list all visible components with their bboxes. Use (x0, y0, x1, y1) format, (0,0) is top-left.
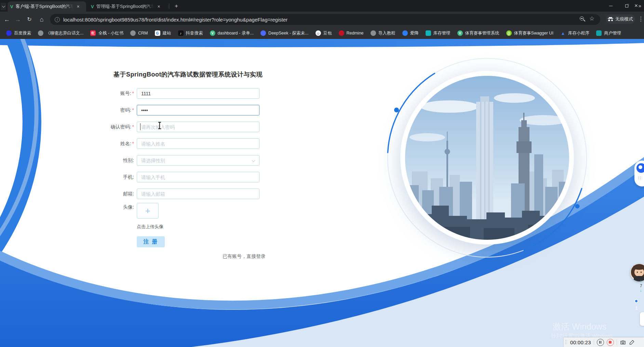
bookmark-item-5[interactable]: ♪抖音搜索 (175, 29, 206, 38)
pause-recording-button[interactable] (597, 339, 604, 346)
bookmark-item-10[interactable]: 导入教程 (367, 29, 399, 38)
name-input[interactable] (137, 138, 259, 149)
bookmark-favicon-icon: 红 (90, 30, 96, 36)
select-placeholder: 请选择性别 (141, 158, 165, 164)
back-button[interactable]: ← (3, 15, 11, 24)
required-star: * (132, 141, 134, 146)
mouse-ibeam-cursor (158, 122, 161, 129)
incognito-label: 无痕模式 (615, 16, 633, 22)
url-text[interactable]: localhost:8080/springboot9859us78/front/… (63, 17, 287, 23)
minimize-button[interactable]: ─ (603, 0, 619, 12)
edge-dot-icon (634, 299, 638, 303)
avatar-upload-button[interactable]: + (137, 203, 159, 219)
phone-input[interactable] (137, 172, 259, 182)
bookmark-item-15[interactable]: ▲库存小程序 (557, 29, 593, 38)
drag-handle-icon[interactable] (565, 339, 567, 345)
vue-favicon-icon: V (91, 4, 94, 9)
bookmark-label: 导入教程 (378, 30, 395, 36)
new-tab-button[interactable]: + (172, 2, 180, 10)
screenshot-camera-icon[interactable] (620, 339, 626, 346)
bookmark-item-4[interactable]: G建站 (151, 29, 175, 38)
page-content: 基于SpringBoot的汽车路试数据管理系统设计与实现 账号:*密码:*确认密… (0, 39, 644, 347)
form-row-confirm-password: 确认密码:* (82, 122, 273, 132)
bookmark-favicon-icon (596, 30, 602, 36)
bookmark-label: 库存小程序 (568, 30, 590, 36)
gender-select[interactable]: 请选择性别 (137, 155, 259, 166)
tab-search-button[interactable] (1, 3, 6, 10)
forward-button[interactable]: → (14, 15, 22, 24)
form-row-gender: 性别:请选择性别 (82, 155, 273, 166)
bookmark-favicon-icon: ▲ (560, 30, 566, 36)
bookmark-label: CRM (138, 31, 148, 36)
bookmark-favicon-icon: V (210, 30, 215, 36)
chevron-down-icon (252, 159, 255, 162)
upload-hint-text: 点击上传头像 (137, 224, 163, 230)
bookmark-label: 库存管理 (433, 30, 451, 36)
bookmark-favicon-icon (339, 30, 344, 36)
field-label-phone: 手机: (82, 172, 134, 182)
bookmarks-overflow-chevron[interactable]: » (639, 3, 641, 9)
edge-panel-sliver[interactable] (640, 312, 644, 326)
email-input[interactable] (137, 189, 259, 199)
home-button[interactable]: ⌂ (38, 15, 46, 24)
address-bar[interactable]: i localhost:8080/springboot9859us78/fron… (50, 14, 600, 25)
bookmark-favicon-icon (402, 30, 408, 36)
edge-count: 7 (640, 283, 642, 288)
form-row-password: 密码:* (82, 105, 273, 115)
up-arrow-icon[interactable]: ↑ (640, 279, 642, 283)
bookmark-favicon-icon: V (457, 30, 463, 36)
field-label-avatar: 头像: (82, 204, 134, 210)
drag-handle-icon[interactable] (638, 176, 642, 180)
bookmark-item-16[interactable]: 商户管理 (593, 29, 625, 38)
bookmark-star-icon[interactable]: ☆ (589, 15, 594, 22)
tab-admin[interactable]: V 管理端-基于SpringBoot的汽车 × (88, 1, 167, 12)
confirm-password-input[interactable] (137, 122, 259, 132)
bookmark-item-7[interactable]: DeepSeek - 探索未... (257, 29, 312, 38)
bookmark-item-12[interactable]: 库存管理 (422, 29, 454, 38)
tab-title: 客户端-基于SpringBoot的汽车 (16, 3, 73, 10)
tab-close-icon[interactable]: × (75, 3, 81, 10)
bookmark-item-0[interactable]: 百度搜索 (3, 29, 35, 38)
bookmark-item-11[interactable]: 爱降 (399, 29, 422, 38)
reload-button[interactable]: ↻ (25, 15, 33, 24)
floating-assistant-widget[interactable] (634, 161, 644, 186)
tab-close-icon[interactable]: × (156, 3, 162, 10)
bookmark-label: 全栈 - 小红书 (98, 30, 123, 36)
bookmark-item-14[interactable]: {}体育赛事Swagger UI (503, 29, 557, 38)
screen-recorder-toolbar: 00:00:23 (564, 337, 644, 347)
field-label-account: 账号:* (82, 88, 134, 99)
bookmark-item-6[interactable]: Vdashboard - 录单... (206, 29, 257, 38)
tab-title: 管理端-基于SpringBoot的汽车 (96, 3, 154, 10)
text-caret (140, 123, 140, 130)
bookmark-favicon-icon (426, 30, 431, 36)
annotate-pen-icon[interactable] (629, 339, 635, 345)
bookmark-label: 体育赛事Swagger UI (514, 30, 553, 36)
bookmark-item-3[interactable]: CRM (127, 29, 151, 38)
bookmark-label: 《聊斋志异白话文... (46, 30, 83, 36)
city-photo (398, 69, 576, 247)
stop-recording-button[interactable] (607, 339, 614, 346)
bookmark-item-8[interactable]: ☺豆包 (312, 29, 335, 38)
incognito-icon (608, 17, 613, 22)
bookmark-item-2[interactable]: 红全栈 - 小红书 (87, 29, 127, 38)
password-input[interactable] (137, 105, 259, 115)
register-button[interactable]: 注 册 (137, 236, 165, 247)
assistant-ball-icon (636, 163, 644, 173)
bookmark-item-13[interactable]: V体育赛事管理系统 (454, 29, 503, 38)
bookmark-item-9[interactable]: Redmine (335, 29, 367, 38)
bookmark-favicon-icon (260, 30, 266, 36)
close-button[interactable]: × (628, 0, 644, 12)
login-link[interactable]: 已有账号，直接登录 (223, 253, 266, 260)
field-label-gender: 性别: (82, 155, 134, 166)
account-input[interactable] (137, 88, 259, 99)
field-label-confirm-password: 确认密码:* (82, 122, 134, 132)
bookmark-favicon-icon: ☺ (316, 30, 321, 36)
floating-avatar[interactable] (630, 264, 644, 281)
bookmark-item-1[interactable]: 《聊斋志异白话文... (35, 29, 87, 38)
down-arrow-icon[interactable]: ↓ (640, 288, 642, 292)
tab-client[interactable]: V 客户端-基于SpringBoot的汽车 × (8, 1, 86, 12)
field-label-email: 邮箱: (82, 189, 134, 199)
site-info-icon[interactable]: i (55, 17, 60, 22)
browser-menu-icon[interactable]: ⋮ (638, 15, 644, 23)
zoom-out-icon[interactable] (580, 16, 584, 20)
